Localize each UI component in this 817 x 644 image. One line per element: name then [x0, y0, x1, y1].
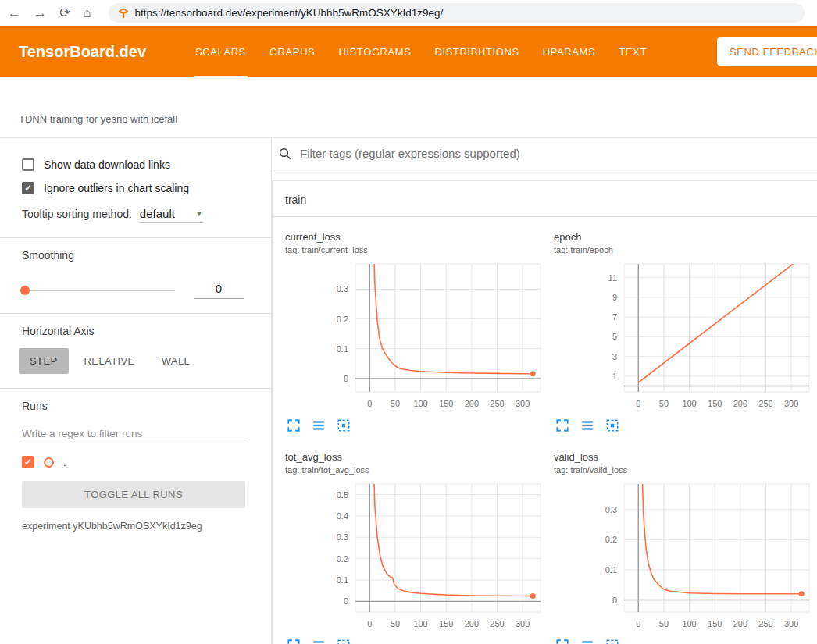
- charts-grid: current_loss tag: train/current_loss 050…: [273, 217, 817, 644]
- svg-text:150: 150: [439, 399, 453, 408]
- runs-label: Runs: [22, 400, 244, 412]
- svg-text:300: 300: [784, 619, 798, 628]
- chart-tot-avg-loss: tot_avg_loss tag: train/tot_avg_loss 050…: [285, 451, 548, 644]
- svg-text:11: 11: [608, 273, 617, 283]
- toggle-yaxis-icon[interactable]: [580, 418, 594, 432]
- svg-text:0.3: 0.3: [605, 505, 617, 514]
- toggle-yaxis-icon[interactable]: [312, 418, 326, 432]
- show-download-links-checkbox[interactable]: [22, 158, 34, 171]
- svg-text:0.2: 0.2: [337, 315, 348, 324]
- chart-title: valid_loss: [554, 451, 816, 463]
- toggle-yaxis-icon[interactable]: [580, 639, 594, 644]
- current-loss-plot[interactable]: 05010015020025030000.10.20.3: [285, 259, 548, 412]
- chart-current-loss: current_loss tag: train/current_loss 050…: [285, 231, 548, 436]
- search-icon: [278, 147, 292, 161]
- tooltip-sorting-select[interactable]: default ▼: [140, 207, 203, 223]
- run-checkbox[interactable]: ✓: [22, 456, 34, 468]
- address-bar[interactable]: https://tensorboard.dev/experiment/yKUbh…: [109, 3, 805, 23]
- tensorboard-logo[interactable]: TensorBoard.dev: [19, 26, 146, 77]
- tab-text[interactable]: TEXT: [607, 26, 658, 77]
- svg-text:300: 300: [516, 619, 530, 628]
- experiment-id-note: experiment yKUbhb5wRmOSXYkId1z9eg: [22, 521, 244, 532]
- svg-text:0.2: 0.2: [337, 554, 348, 564]
- axis-wall-button[interactable]: WALL: [151, 348, 202, 374]
- svg-text:150: 150: [708, 399, 722, 408]
- reload-icon[interactable]: ⟳: [59, 6, 70, 20]
- svg-text:0: 0: [636, 399, 640, 408]
- svg-text:0: 0: [344, 596, 348, 606]
- svg-text:50: 50: [391, 619, 400, 628]
- expand-chart-icon[interactable]: [287, 418, 301, 432]
- valid-loss-plot[interactable]: 05010015020025030000.10.20.3: [554, 479, 816, 632]
- epoch-plot[interactable]: 0501001502002503001357911: [554, 259, 816, 412]
- toggle-all-runs-button[interactable]: TOGGLE ALL RUNS: [22, 481, 245, 508]
- ignore-outliers-checkbox[interactable]: ✓: [22, 182, 34, 194]
- tab-scalars[interactable]: SCALARS: [184, 26, 258, 77]
- svg-text:150: 150: [439, 619, 453, 628]
- chart-toolbar: [285, 412, 548, 436]
- svg-text:0: 0: [344, 374, 348, 383]
- tab-histograms[interactable]: HISTOGRAMS: [326, 26, 423, 77]
- svg-text:0.4: 0.4: [337, 511, 348, 521]
- train-group-card: train current_loss tag: train/current_lo…: [272, 180, 817, 644]
- expand-chart-icon[interactable]: [287, 639, 301, 644]
- experiment-title: TDNN training for yesno with icefall: [19, 113, 817, 125]
- tab-hparams[interactable]: HPARAMS: [531, 26, 608, 77]
- experiment-title-bar: TDNN training for yesno with icefall: [0, 77, 817, 138]
- chart-title: epoch: [554, 231, 816, 243]
- main-nav: SCALARS GRAPHS HISTOGRAMS DISTRIBUTIONS …: [184, 26, 658, 77]
- browser-toolbar: ← → ⟳ ⌂ https://tensorboard.dev/experime…: [0, 0, 817, 26]
- chart-tag: tag: train/tot_avg_loss: [285, 465, 548, 475]
- tab-distributions[interactable]: DISTRIBUTIONS: [423, 26, 531, 77]
- ignore-outliers-label: Ignore outliers in chart scaling: [44, 182, 189, 194]
- tab-graphs[interactable]: GRAPHS: [258, 26, 327, 77]
- svg-text:200: 200: [733, 619, 747, 628]
- tag-filter-input[interactable]: [300, 147, 817, 160]
- fit-domain-icon[interactable]: [337, 639, 351, 644]
- svg-text:1: 1: [612, 372, 617, 381]
- svg-text:100: 100: [682, 619, 696, 628]
- svg-text:100: 100: [413, 399, 427, 408]
- runs-filter-input[interactable]: [22, 425, 245, 443]
- svg-text:0.3: 0.3: [337, 532, 348, 542]
- train-group-header[interactable]: train: [273, 181, 817, 217]
- run-row: ✓ .: [22, 456, 244, 468]
- svg-text:0: 0: [367, 619, 372, 628]
- fit-domain-icon[interactable]: [605, 418, 619, 432]
- svg-text:300: 300: [784, 399, 798, 408]
- fit-domain-icon[interactable]: [605, 639, 619, 644]
- axis-relative-button[interactable]: RELATIVE: [73, 348, 146, 374]
- tot-avg-loss-plot[interactable]: 05010015020025030000.10.20.30.40.5: [285, 479, 548, 632]
- svg-text:250: 250: [490, 619, 504, 628]
- smoothing-value[interactable]: 0: [194, 282, 244, 299]
- svg-text:0.3: 0.3: [337, 284, 348, 294]
- run-color-swatch[interactable]: [44, 457, 54, 468]
- chart-valid-loss: valid_loss tag: train/valid_loss 0501001…: [554, 451, 816, 644]
- tensorboard-favicon-icon: [118, 8, 129, 19]
- tooltip-sorting-label: Tooltip sorting method:: [22, 208, 132, 220]
- svg-text:5: 5: [612, 332, 617, 341]
- home-icon[interactable]: ⌂: [83, 6, 91, 20]
- back-icon[interactable]: ←: [8, 6, 21, 20]
- expand-chart-icon[interactable]: [555, 639, 569, 644]
- svg-text:9: 9: [612, 293, 617, 302]
- svg-text:50: 50: [391, 399, 400, 408]
- axis-step-button[interactable]: STEP: [19, 348, 69, 374]
- svg-text:50: 50: [659, 619, 669, 628]
- toggle-yaxis-icon[interactable]: [312, 639, 326, 644]
- smoothing-slider-knob[interactable]: [20, 286, 30, 295]
- svg-text:0: 0: [612, 596, 617, 605]
- svg-text:100: 100: [413, 619, 427, 628]
- svg-text:300: 300: [516, 399, 530, 408]
- expand-chart-icon[interactable]: [555, 418, 569, 432]
- forward-icon[interactable]: →: [34, 6, 47, 20]
- send-feedback-button[interactable]: SEND FEEDBACK: [717, 37, 817, 66]
- svg-text:7: 7: [612, 312, 617, 322]
- svg-text:50: 50: [659, 399, 669, 408]
- run-name: .: [63, 457, 66, 468]
- smoothing-slider[interactable]: [22, 290, 175, 291]
- fit-domain-icon[interactable]: [337, 418, 351, 432]
- svg-text:250: 250: [758, 399, 772, 408]
- chevron-down-icon: ▼: [195, 209, 203, 218]
- app-header: TensorBoard.dev SCALARS GRAPHS HISTOGRAM…: [0, 26, 817, 77]
